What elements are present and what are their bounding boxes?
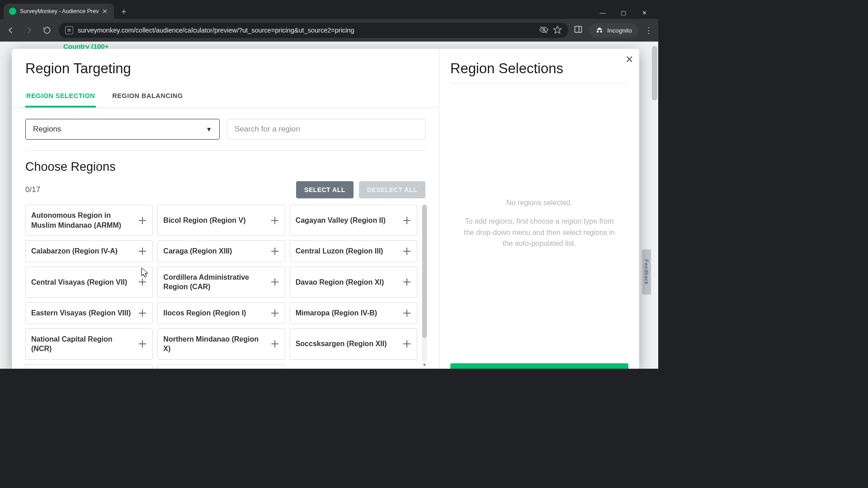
feedback-tab[interactable]: Feedback: [642, 249, 651, 295]
region-card[interactable]: Cordillera Administrative Region (CAR): [157, 267, 285, 298]
region-label: Davao Region (Region XI): [296, 277, 399, 287]
region-card[interactable]: Calabarzon (Region IV-A): [25, 240, 153, 262]
favicon-icon: [9, 8, 16, 15]
region-label: Northern Mindanao (Region X): [163, 334, 266, 354]
close-window-icon[interactable]: ✕: [638, 9, 650, 16]
grid-scrollbar[interactable]: ▾: [422, 205, 427, 361]
region-label: National Capital Region (NCR): [31, 334, 134, 354]
region-card[interactable]: Bicol Region (Region V): [157, 205, 285, 236]
tab-title: SurveyMonkey - Audience Prev: [20, 8, 99, 14]
side-panel-icon[interactable]: [574, 25, 583, 36]
region-label: Autonomous Region in Muslim Mindanao (AR…: [31, 211, 134, 230]
url-text: surveymonkey.com/collect/audience/calcul…: [78, 27, 535, 34]
region-label: Caraga (Region XIII): [163, 246, 266, 256]
region-card[interactable]: Central Luzon (Region III): [290, 240, 417, 262]
deselect-all-button: DESELECT ALL: [359, 181, 425, 198]
plus-icon[interactable]: [402, 247, 411, 256]
count-row: 0/17 SELECT ALL DESELECT ALL: [12, 177, 439, 205]
region-card[interactable]: Western Visayas (Region VI): [25, 364, 153, 369]
reload-icon[interactable]: [41, 24, 53, 37]
omnibox[interactable]: 〓 surveymonkey.com/collect/audience/calc…: [59, 23, 568, 38]
plus-icon[interactable]: [138, 277, 147, 286]
toolbar-right: Incognito ⋮: [574, 23, 654, 38]
new-tab-button[interactable]: ＋: [118, 5, 130, 18]
tab-close-icon[interactable]: ✕: [102, 8, 108, 15]
incognito-chip[interactable]: Incognito: [589, 23, 638, 38]
region-grid-wrap: Autonomous Region in Muslim Mindanao (AR…: [25, 205, 425, 369]
region-label: Eastern Visayas (Region VIII): [31, 308, 134, 318]
region-card[interactable]: Cagayan Valley (Region II): [290, 205, 417, 236]
region-label: Calabarzon (Region IV-A): [31, 246, 134, 256]
tab-region-selection[interactable]: REGION SELECTION: [25, 88, 96, 108]
region-label: Ilocos Region (Region I): [163, 308, 266, 318]
tab-region-balancing[interactable]: REGION BALANCING: [111, 88, 184, 108]
empty-state: No regions selected. To add regions, fir…: [450, 84, 628, 363]
grid-scrollbar-thumb[interactable]: [422, 205, 427, 338]
region-grid: Autonomous Region in Muslim Mindanao (AR…: [25, 205, 425, 369]
browser-toolbar: 〓 surveymonkey.com/collect/audience/calc…: [0, 19, 658, 42]
modal-title: Region Targeting: [12, 49, 439, 81]
region-label: Central Visayas (Region VII): [31, 277, 134, 287]
page-scrollbar-thumb[interactable]: [652, 46, 657, 100]
plus-icon[interactable]: [138, 339, 147, 348]
empty-title: No regions selected.: [506, 197, 572, 209]
plus-icon[interactable]: [402, 277, 411, 286]
menu-kebab-icon[interactable]: ⋮: [645, 25, 654, 35]
plus-icon[interactable]: [270, 216, 279, 225]
forward-icon[interactable]: [23, 24, 35, 37]
close-modal-icon[interactable]: ✕: [622, 52, 637, 67]
region-card[interactable]: Central Visayas (Region VII): [25, 267, 153, 298]
region-search-input[interactable]: Search for a region: [227, 119, 425, 140]
region-card[interactable]: Autonomous Region in Muslim Mindanao (AR…: [25, 205, 153, 236]
page-area: Country (100+ Feedback Region Targeting …: [0, 42, 658, 369]
plus-icon[interactable]: [270, 247, 279, 256]
plus-icon[interactable]: [402, 309, 411, 318]
region-card[interactable]: Northern Mindanao (Region X): [157, 328, 285, 360]
region-card[interactable]: Mimaropa (Region IV-B): [290, 302, 417, 324]
region-label: Soccsksargen (Region XII): [296, 339, 399, 349]
bookmark-star-icon[interactable]: [553, 25, 562, 36]
region-label: Cagayan Valley (Region II): [296, 216, 399, 225]
plus-icon[interactable]: [138, 309, 147, 318]
browser-tab[interactable]: SurveyMonkey - Audience Prev ✕: [4, 4, 114, 19]
save-button[interactable]: [450, 363, 628, 369]
region-targeting-modal: Region Targeting REGION SELECTION REGION…: [12, 49, 639, 369]
region-type-value: Regions: [33, 125, 61, 134]
svg-rect-2: [575, 26, 582, 32]
scroll-down-icon[interactable]: ▾: [422, 362, 427, 368]
back-icon[interactable]: [5, 24, 17, 37]
plus-icon[interactable]: [270, 277, 279, 286]
bulk-buttons: SELECT ALL DESELECT ALL: [296, 181, 425, 198]
select-all-button[interactable]: SELECT ALL: [296, 181, 354, 198]
choose-regions-heading: Choose Regions: [12, 151, 439, 177]
minimize-icon[interactable]: —: [597, 9, 609, 16]
page-scrollbar[interactable]: [651, 42, 658, 369]
region-card[interactable]: Eastern Visayas (Region VIII): [25, 302, 153, 324]
selections-title: Region Selections: [450, 49, 628, 84]
chevron-down-icon: ▼: [206, 126, 212, 133]
plus-icon[interactable]: [138, 247, 147, 256]
browser-chrome: SurveyMonkey - Audience Prev ✕ ＋ — ▢ ✕ 〓…: [0, 0, 658, 42]
incognito-label: Incognito: [607, 27, 632, 34]
maximize-icon[interactable]: ▢: [618, 9, 629, 16]
window-controls: — ▢ ✕: [597, 9, 655, 19]
region-card[interactable]: Davao Region (Region XI): [290, 267, 417, 298]
modal-tabs: REGION SELECTION REGION BALANCING: [12, 81, 439, 108]
plus-icon[interactable]: [138, 216, 147, 225]
region-card[interactable]: Soccsksargen (Region XII): [290, 328, 417, 360]
region-card[interactable]: Caraga (Region XIII): [157, 240, 285, 262]
modal-right: ✕ Region Selections No regions selected.…: [439, 49, 639, 369]
region-label: Mimaropa (Region IV-B): [296, 308, 399, 318]
search-placeholder: Search for a region: [235, 125, 300, 134]
plus-icon[interactable]: [270, 309, 279, 318]
region-card[interactable]: Ilocos Region (Region I): [157, 302, 285, 324]
region-card[interactable]: National Capital Region (NCR): [25, 328, 153, 360]
eye-off-icon[interactable]: [539, 25, 548, 36]
region-type-select[interactable]: Regions ▼: [25, 119, 220, 140]
site-settings-icon[interactable]: 〓: [65, 26, 73, 34]
region-card[interactable]: Zamboanga Peninsula (Region IX): [157, 364, 285, 369]
plus-icon[interactable]: [402, 339, 411, 348]
plus-icon[interactable]: [402, 216, 411, 225]
region-label: Bicol Region (Region V): [163, 216, 266, 225]
plus-icon[interactable]: [270, 339, 279, 348]
